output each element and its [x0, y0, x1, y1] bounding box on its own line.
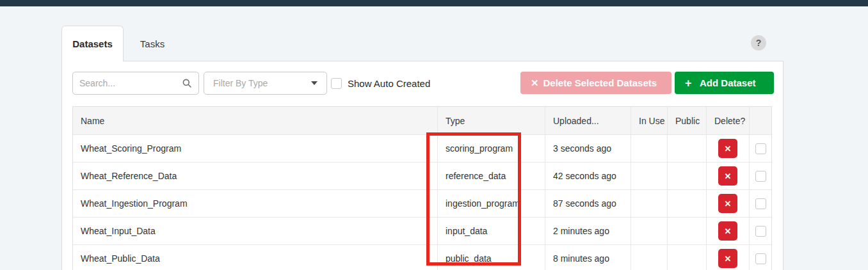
column-header-in-use: In Use	[631, 107, 668, 134]
table-row: Wheat_Public_Data public_data 8 minutes …	[73, 244, 771, 270]
cell-name: Wheat_Public_Data	[73, 245, 438, 270]
cell-in-use	[631, 218, 668, 244]
cell-delete: ✕	[707, 135, 750, 162]
row-select-checkbox[interactable]	[755, 198, 766, 209]
show-auto-created-control: Show Auto Created	[331, 72, 430, 95]
show-auto-created-checkbox[interactable]	[331, 78, 342, 89]
column-header-uploaded: Uploaded...	[545, 107, 631, 134]
tab-tasks[interactable]: Tasks	[124, 26, 181, 61]
cell-public	[668, 218, 707, 244]
cell-type: ingestion_program	[438, 190, 545, 217]
cell-uploaded: 2 minutes ago	[545, 218, 631, 244]
cell-type: input_data	[438, 218, 545, 244]
delete-selected-datasets-label: Delete Selected Datasets	[539, 77, 661, 88]
x-icon: ✕	[725, 171, 732, 181]
search-box	[72, 72, 199, 95]
cell-select	[750, 218, 771, 244]
plus-icon: +	[685, 77, 692, 89]
tab-datasets-label: Datasets	[72, 38, 113, 49]
add-dataset-button[interactable]: + Add Dataset	[675, 72, 774, 94]
column-header-type: Type	[438, 107, 545, 134]
cell-in-use	[631, 190, 668, 217]
cell-name: Wheat_Ingestion_Program	[73, 190, 438, 217]
column-header-delete: Delete?	[707, 107, 750, 134]
column-header-name: Name	[73, 107, 438, 134]
datasets-panel: Filter By Type Show Auto Created ✕ Delet…	[61, 61, 784, 270]
row-select-checkbox[interactable]	[755, 143, 766, 154]
search-icon	[182, 78, 192, 88]
top-navbar	[0, 0, 868, 6]
datasets-table: Name Type Uploaded... In Use Public Dele…	[72, 106, 772, 270]
cell-select	[750, 163, 771, 189]
table-row: Wheat_Input_Data input_data 2 minutes ag…	[73, 217, 771, 244]
search-input[interactable]	[79, 78, 182, 88]
question-mark-icon: ?	[756, 38, 762, 48]
tab-datasets[interactable]: Datasets	[61, 26, 124, 61]
cell-name: Wheat_Scoring_Program	[73, 135, 438, 162]
cell-uploaded: 87 seconds ago	[545, 190, 631, 217]
delete-selected-datasets-button[interactable]: ✕ Delete Selected Datasets	[520, 72, 671, 94]
x-icon: ✕	[725, 144, 732, 154]
cell-name: Wheat_Input_Data	[73, 218, 438, 244]
column-header-public: Public	[668, 107, 707, 134]
cell-name: Wheat_Reference_Data	[73, 163, 438, 189]
filter-by-type-dropdown[interactable]: Filter By Type	[204, 72, 327, 95]
cell-type: public_data	[438, 245, 545, 270]
cell-select	[750, 190, 771, 217]
delete-row-button[interactable]: ✕	[718, 249, 737, 268]
delete-row-button[interactable]: ✕	[718, 166, 737, 186]
column-header-select	[750, 107, 771, 134]
cell-public	[668, 163, 707, 189]
cell-type: reference_data	[438, 163, 545, 189]
show-auto-created-label: Show Auto Created	[348, 78, 430, 89]
chevron-down-icon	[311, 81, 317, 85]
cell-public	[668, 245, 707, 270]
x-icon: ✕	[725, 254, 732, 264]
cell-select	[750, 135, 771, 162]
row-select-checkbox[interactable]	[755, 171, 766, 182]
filter-by-type-label: Filter By Type	[213, 78, 311, 88]
cell-delete: ✕	[707, 245, 750, 270]
x-icon: ✕	[725, 199, 732, 209]
cell-delete: ✕	[707, 218, 750, 244]
cell-public	[668, 135, 707, 162]
cell-public	[668, 190, 707, 217]
row-select-checkbox[interactable]	[755, 253, 766, 264]
tab-tasks-label: Tasks	[140, 38, 165, 49]
cell-select	[750, 245, 771, 270]
x-icon: ✕	[725, 226, 732, 236]
table-body: Wheat_Scoring_Program scoring_program 3 …	[73, 134, 771, 270]
row-select-checkbox[interactable]	[755, 226, 766, 237]
table-row: Wheat_Ingestion_Program ingestion_progra…	[73, 189, 771, 217]
cell-in-use	[631, 163, 668, 189]
delete-row-button[interactable]: ✕	[718, 139, 737, 158]
table-header: Name Type Uploaded... In Use Public Dele…	[73, 107, 771, 134]
cell-in-use	[631, 245, 668, 270]
delete-row-button[interactable]: ✕	[718, 221, 737, 241]
help-button[interactable]: ?	[751, 35, 766, 51]
cell-uploaded: 42 seconds ago	[545, 163, 631, 189]
cell-uploaded: 8 minutes ago	[545, 245, 631, 270]
cell-delete: ✕	[707, 190, 750, 217]
cell-type: scoring_program	[438, 135, 545, 162]
cell-delete: ✕	[707, 163, 750, 189]
cell-in-use	[631, 135, 668, 162]
add-dataset-label: Add Dataset	[692, 77, 764, 88]
table-row: Wheat_Scoring_Program scoring_program 3 …	[73, 134, 771, 162]
delete-row-button[interactable]: ✕	[718, 194, 737, 213]
table-row: Wheat_Reference_Data reference_data 42 s…	[73, 162, 771, 189]
x-icon: ✕	[531, 77, 539, 89]
cell-uploaded: 3 seconds ago	[545, 135, 631, 162]
